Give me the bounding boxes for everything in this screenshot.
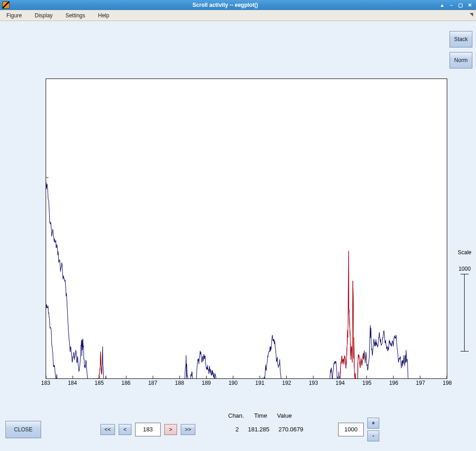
close-button[interactable]: CLOSE [5, 421, 41, 438]
nav-last-button[interactable]: >> [181, 424, 195, 435]
content-area: Stack Norm 1 2 1831841851861871881891901… [0, 21, 476, 451]
readout-headers: Chan. Time Value [228, 412, 292, 419]
nav-next-button[interactable]: > [164, 424, 177, 435]
menu-overflow-icon[interactable]: ◥ [470, 12, 473, 17]
time-input[interactable] [135, 423, 161, 436]
menubar: Figure Display Settings Help ◥ [0, 10, 476, 21]
time-value: 181.285 [248, 426, 269, 433]
x-tick: 197 [416, 380, 425, 386]
scale-indicator: Scale 1000 [455, 249, 474, 351]
window-maximize-button[interactable]: ▢ [457, 2, 464, 8]
scale-plus-button[interactable]: + [367, 418, 379, 429]
x-tick: 191 [255, 380, 264, 386]
scale-value: 1000 [455, 266, 474, 272]
scale-input[interactable] [338, 423, 364, 436]
x-tick: 189 [202, 380, 211, 386]
x-tick: 192 [282, 380, 291, 386]
norm-button[interactable]: Norm [450, 52, 472, 68]
value-value: 270.0679 [278, 426, 303, 433]
scale-label: Scale [455, 249, 474, 256]
scale-minus-button[interactable]: - [367, 430, 379, 441]
x-tick: 195 [362, 380, 371, 386]
x-tick: 188 [175, 380, 184, 386]
plot-mode-buttons: Stack Norm [450, 31, 472, 68]
scale-ruler [460, 274, 470, 351]
x-tick: 194 [335, 380, 345, 386]
x-tick: 185 [94, 380, 104, 386]
x-tick: 190 [229, 380, 238, 386]
menu-help[interactable]: Help [94, 11, 113, 20]
window-controls: ▴ – ▢ ✕ [439, 2, 473, 8]
app-icon [2, 1, 10, 9]
chan-header: Chan. [228, 412, 244, 419]
readout-values: 2 181.285 270.0679 [235, 426, 303, 433]
window-minimize-button[interactable]: – [448, 2, 455, 8]
x-tick: 196 [389, 380, 398, 386]
window-close-button[interactable]: ✕ [466, 2, 473, 8]
x-tick: 186 [121, 380, 131, 386]
window-title: Scroll activity -- eegplot() [12, 2, 439, 8]
nav-first-button[interactable]: << [100, 424, 115, 435]
x-axis-ticks: 1831841851861871881891901911921931941951… [46, 380, 447, 389]
x-tick: 183 [41, 380, 50, 386]
window-rollup-button[interactable]: ▴ [439, 2, 446, 8]
stack-button[interactable]: Stack [450, 31, 472, 47]
nav-group: << < > >> [100, 423, 195, 436]
scale-controls: + - [338, 418, 379, 441]
x-tick: 198 [443, 380, 452, 386]
value-header: Value [277, 412, 292, 419]
chan-value: 2 [235, 426, 239, 433]
menu-figure[interactable]: Figure [3, 11, 26, 20]
x-tick: 184 [68, 380, 77, 386]
nav-prev-button[interactable]: < [119, 424, 131, 435]
time-header: Time [254, 412, 267, 419]
bottom-controls: CLOSE << < > >> Chan. Time Value 2 181.2… [0, 408, 476, 451]
menu-display[interactable]: Display [31, 11, 56, 20]
menu-settings[interactable]: Settings [62, 11, 89, 20]
eeg-plot[interactable] [46, 79, 447, 379]
x-tick: 187 [148, 380, 157, 386]
x-tick: 193 [309, 380, 318, 386]
window-titlebar: Scroll activity -- eegplot() ▴ – ▢ ✕ [0, 0, 476, 10]
